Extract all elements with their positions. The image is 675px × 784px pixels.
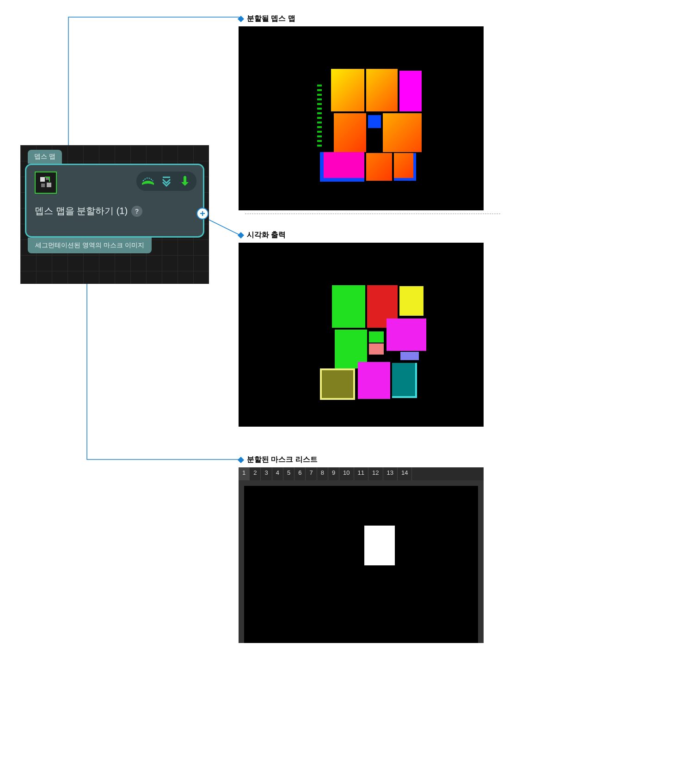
depth-block <box>368 115 381 128</box>
mask-tabs: 1 2 3 4 5 6 7 8 9 10 11 12 13 14 <box>239 467 484 480</box>
node-body[interactable]: 뎁스 맵을 분할하기 (1) ? + <box>25 164 204 238</box>
svg-rect-7 <box>163 177 170 178</box>
help-icon[interactable]: ? <box>131 206 142 217</box>
svg-rect-3 <box>40 177 45 182</box>
panel-masks-title: 분할된 마스크 리스트 <box>247 455 318 465</box>
depth-block <box>317 82 322 147</box>
mask-list-image: 1 2 3 4 5 6 7 8 9 10 11 12 13 14 <box>239 467 484 643</box>
mask-preview <box>244 486 478 643</box>
add-port-icon[interactable]: + <box>196 208 209 220</box>
node-toolbar <box>136 172 196 191</box>
run-step-down-icon[interactable] <box>160 174 173 188</box>
viz-block <box>369 343 384 355</box>
svg-rect-5 <box>41 184 45 187</box>
viz-output-image <box>239 243 484 427</box>
panel-viz-heading: 시각화 출력 <box>239 230 484 240</box>
segment-icon <box>35 172 57 194</box>
depth-block <box>334 113 366 152</box>
depth-block <box>366 69 398 111</box>
depth-block <box>399 71 422 111</box>
mask-tab[interactable]: 13 <box>383 467 398 480</box>
viz-block <box>332 285 365 328</box>
node-canvas: 뎁스 맵 <box>20 145 209 284</box>
mask-tab[interactable]: 4 <box>272 467 283 480</box>
mask-tab[interactable]: 6 <box>295 467 306 480</box>
viz-block <box>387 318 426 351</box>
mask-tab[interactable]: 5 <box>283 467 295 480</box>
viz-block <box>399 286 423 316</box>
panel-masks-heading: 분할된 마스크 리스트 <box>239 455 484 465</box>
panel-depth-title: 분할될 뎁스 맵 <box>247 14 295 24</box>
viz-block <box>358 362 390 399</box>
mask-tab[interactable]: 3 <box>261 467 272 480</box>
panel-depth-heading: 분할될 뎁스 맵 <box>239 14 484 24</box>
mask-tab[interactable]: 7 <box>306 467 317 480</box>
depth-block <box>366 153 392 181</box>
visualize-icon[interactable] <box>141 174 155 188</box>
viz-block <box>400 352 419 360</box>
viz-block <box>369 331 384 343</box>
depth-block <box>320 152 364 182</box>
mask-tab[interactable]: 2 <box>250 467 261 480</box>
svg-rect-6 <box>47 183 51 187</box>
mask-tab[interactable]: 1 <box>239 467 250 480</box>
mask-tab[interactable]: 11 <box>354 467 368 480</box>
panel-masks: 분할된 마스크 리스트 1 2 3 4 5 6 7 8 9 10 11 12 1… <box>239 455 484 643</box>
depth-block <box>331 69 364 111</box>
diamond-icon <box>238 232 244 238</box>
mask-tab[interactable]: 8 <box>317 467 328 480</box>
depth-block <box>394 153 416 181</box>
depth-map-image <box>239 26 484 210</box>
node-title-text: 뎁스 맵을 분할하기 (1) <box>35 205 128 217</box>
svg-point-9 <box>184 176 186 178</box>
panel-viz-title: 시각화 출력 <box>247 230 286 240</box>
mask-tab[interactable]: 9 <box>328 467 339 480</box>
mask-tab[interactable]: 14 <box>398 467 412 480</box>
mask-tab[interactable]: 10 <box>339 467 354 480</box>
mask-tab[interactable]: 12 <box>368 467 383 480</box>
diamond-icon <box>238 456 244 463</box>
node-title: 뎁스 맵을 분할하기 (1) ? <box>35 205 142 217</box>
divider <box>245 214 500 214</box>
run-down-icon[interactable] <box>178 174 192 188</box>
diamond-icon <box>238 15 244 22</box>
node-output-port[interactable]: 세그먼테이션된 영역의 마스크 이미지 <box>28 238 152 253</box>
panel-depth: 분할될 뎁스 맵 <box>239 14 484 210</box>
mask-region <box>364 526 395 565</box>
viz-block <box>320 368 355 400</box>
viz-block <box>392 363 417 398</box>
depth-block <box>383 113 422 152</box>
panel-viz: 시각화 출력 <box>239 230 484 427</box>
node-input-port[interactable]: 뎁스 맵 <box>28 150 62 164</box>
